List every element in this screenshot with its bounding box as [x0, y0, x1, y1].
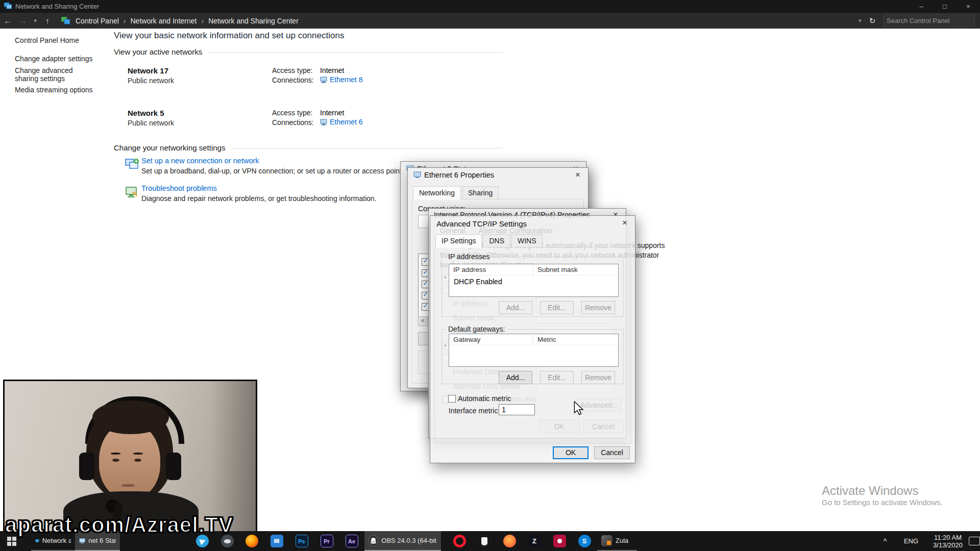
close-button[interactable]: ×	[957, 0, 980, 13]
task-setup-connection-link[interactable]: Set up a new connection or network	[141, 157, 259, 165]
cancel-button[interactable]: Cancel	[594, 446, 630, 459]
sidebar-item-advanced-sharing[interactable]: Change advanced sharing settings	[15, 66, 91, 83]
mail-icon[interactable]: ✉	[264, 531, 289, 551]
section-networking-settings: Change your networking settings	[114, 143, 503, 152]
column-ip-address[interactable]: IP address	[449, 264, 533, 275]
search-input[interactable]	[884, 17, 979, 24]
ip-addresses-list[interactable]: IP address Subnet mask DHCP Enabled	[449, 264, 619, 297]
sidebar-item-control-panel-home[interactable]: Control Panel Home	[15, 36, 99, 44]
gateway-remove-button: Remove	[581, 371, 615, 384]
tray-time: 11:20 AM	[934, 534, 962, 541]
network-kind: Public network	[128, 119, 174, 127]
gateway-add-button[interactable]: Add...	[499, 371, 532, 384]
connection-link-ethernet-6[interactable]: Ethernet 6	[320, 118, 363, 126]
breadcrumb-network-and-internet[interactable]: Network and Internet	[127, 15, 201, 27]
firefox-icon[interactable]	[239, 531, 264, 551]
interface-metric-input[interactable]	[499, 404, 535, 415]
person-mouth	[121, 484, 135, 487]
tab-ip-settings[interactable]: IP Settings	[435, 234, 482, 248]
connections-label: Connections:	[272, 76, 314, 84]
opera-icon[interactable]	[447, 531, 472, 551]
ethernet-icon	[320, 119, 327, 126]
action-center-button[interactable]	[969, 531, 980, 551]
dialog-advanced-tcpip: Advanced TCP/IP Settings × IP SettingsDN…	[430, 215, 635, 463]
task-setup-connection-desc: Set up a broadband, dial-up, or VPN conn…	[141, 167, 404, 175]
flame-icon[interactable]	[497, 531, 522, 551]
skype-icon[interactable]: S	[572, 531, 597, 551]
person-eye	[112, 459, 119, 462]
tray-show-hidden-icons[interactable]: ^	[879, 531, 891, 551]
address-bar: ← → ▾ ↑ Control Panel › Network and Inte…	[0, 13, 980, 29]
ip-remove-button: Remove	[581, 301, 615, 314]
epic-games-icon[interactable]	[472, 531, 497, 551]
tab-sharing[interactable]: Sharing	[462, 186, 499, 199]
window-title: Network and Sharing Center	[15, 0, 99, 13]
column-metric[interactable]: Metric	[533, 334, 618, 345]
media-app-icon[interactable]	[547, 531, 572, 551]
connection-link-ethernet-8[interactable]: Ethernet 8	[320, 76, 363, 84]
refresh-icon[interactable]: ↻	[865, 16, 880, 26]
window-icon	[4, 3, 12, 10]
dialog-title[interactable]: Ethernet 6 Properties	[424, 171, 494, 179]
sidebar-item-media-streaming[interactable]: Media streaming options	[15, 86, 99, 94]
person-eyebrow	[111, 453, 120, 455]
taskbar-window-zula[interactable]: Zula	[597, 531, 637, 551]
photoshop-icon[interactable]: Ps	[289, 531, 314, 551]
z-app-icon[interactable]: Z	[522, 531, 547, 551]
tab-dns[interactable]: DNS	[483, 234, 510, 247]
page-title: View your basic network information and …	[114, 31, 344, 41]
access-type-label: Access type:	[272, 66, 312, 74]
back-icon[interactable]: ←	[0, 16, 15, 25]
watermark: aparat.com/Azrael.TV	[5, 513, 233, 537]
taskbar-window-obs[interactable]: OBS 24.0.3 (64-bit, ...	[364, 531, 441, 551]
minimize-button[interactable]: –	[910, 0, 933, 13]
breadcrumb: Control Panel › Network and Internet › N…	[59, 15, 855, 27]
access-type-label: Access type:	[272, 109, 312, 117]
column-subnet-mask[interactable]: Subnet mask	[533, 264, 618, 275]
column-gateway[interactable]: Gateway	[449, 334, 533, 345]
close-icon[interactable]: ×	[617, 217, 632, 229]
premiere-icon[interactable]: Pr	[314, 531, 339, 551]
location-icon	[61, 17, 70, 24]
breadcrumb-network-sharing-center[interactable]: Network and Sharing Center	[205, 15, 302, 27]
activate-windows-subtitle: Go to Settings to activate Windows.	[822, 498, 943, 507]
tab-wins[interactable]: WINS	[511, 234, 543, 247]
window-titlebar[interactable]: Network and Sharing Center – □ ×	[0, 0, 980, 13]
tray-language[interactable]: ENG	[900, 531, 922, 551]
list-header: Gateway Metric	[449, 334, 618, 345]
network-name: Network 17	[128, 66, 168, 75]
person-eye	[134, 459, 141, 462]
desktop: Network and Sharing Center – □ × ← → ▾ ↑…	[0, 0, 980, 551]
after-effects-icon[interactable]: Ae	[339, 531, 364, 551]
dialog-title[interactable]: Advanced TCP/IP Settings	[436, 219, 527, 228]
taskbar-window-label: Zula	[616, 537, 628, 544]
breadcrumb-control-panel[interactable]: Control Panel	[72, 15, 122, 27]
default-gateways-group-label: Default gateways:	[446, 325, 507, 333]
tray-clock[interactable]: 11:20 AM 3/13/2020	[926, 531, 970, 551]
list-header: IP address Subnet mask	[449, 264, 618, 276]
maximize-button[interactable]: □	[933, 0, 957, 13]
task-troubleshoot-link[interactable]: Troubleshoot problems	[141, 184, 217, 192]
list-row-dhcp-enabled[interactable]: DHCP Enabled	[449, 276, 618, 288]
obs-icon	[369, 535, 378, 546]
close-icon[interactable]: ×	[570, 169, 585, 181]
gateways-list[interactable]: Gateway Metric	[449, 334, 619, 367]
sidebar-item-change-adapter-settings[interactable]: Change adapter settings	[15, 55, 99, 63]
search-box[interactable]	[883, 14, 975, 27]
tab-networking[interactable]: Networking	[413, 186, 461, 200]
network-properties-icon	[413, 171, 421, 178]
forward-icon[interactable]: →	[15, 16, 31, 25]
person-eyebrow	[133, 453, 143, 455]
gateway-edit-button: Edit...	[540, 371, 574, 384]
section-active-networks: View your active networks	[114, 47, 503, 56]
automatic-metric-label: Automatic metric	[458, 394, 511, 403]
automatic-metric-checkbox[interactable]	[448, 395, 456, 403]
up-icon[interactable]: ↑	[40, 16, 55, 25]
ok-button[interactable]: OK	[553, 446, 589, 459]
taskbar-window-label: net 6 Status	[88, 537, 116, 544]
ip-edit-button: Edit...	[540, 301, 574, 314]
address-dropdown-icon[interactable]: ▾	[855, 17, 865, 24]
scroll-left-icon[interactable]: <	[418, 316, 428, 326]
taskbar-window-label: OBS 24.0.3 (64-bit, ...	[381, 537, 437, 544]
history-dropdown-icon[interactable]: ▾	[31, 17, 40, 24]
